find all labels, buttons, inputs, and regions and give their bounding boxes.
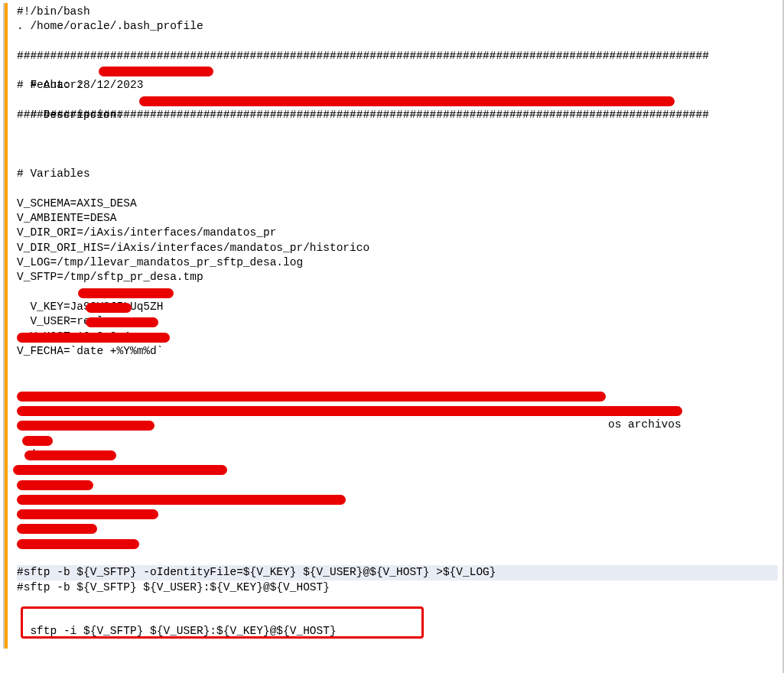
code-line xyxy=(17,330,778,344)
code-line: ( xyxy=(17,433,778,447)
code-line xyxy=(17,551,778,565)
code-line xyxy=(17,536,778,551)
code-line: V_LOG=/tmp/llevar_mandatos_pr_sftp_desa.… xyxy=(17,255,778,270)
redaction xyxy=(17,392,606,402)
redaction xyxy=(86,303,132,313)
code-line: V_SFTP=/tmp/sftp_pr_desa.tmp xyxy=(17,270,778,284)
code-line xyxy=(17,152,778,167)
code-line xyxy=(17,624,778,639)
code-line: ########################################… xyxy=(17,49,778,63)
code-line: V_USER=reale xyxy=(17,300,778,314)
code-line: # Variables xyxy=(17,167,778,181)
redaction xyxy=(17,406,682,416)
redaction xyxy=(17,509,158,519)
redaction xyxy=(17,495,346,505)
code-line: os archivos xyxy=(17,389,778,403)
code-line: V_KEY=Ja9QY0J5LUq5ZH xyxy=(17,285,778,300)
redaction xyxy=(17,480,93,490)
code-line-highlight: #sftp -b ${V_SFTP} -oIdentityFile=${V_KE… xyxy=(17,565,778,580)
redaction xyxy=(17,333,170,343)
redaction xyxy=(17,421,155,431)
code-line xyxy=(17,477,778,492)
code-line: V_HOST=10.0.0.4 xyxy=(17,314,778,329)
code-line xyxy=(17,418,778,432)
code-line xyxy=(17,359,778,373)
code-line xyxy=(17,34,778,49)
code-line xyxy=(17,506,778,521)
code-line: # Descripcion: xyxy=(17,93,778,108)
code-line xyxy=(17,403,778,418)
code-line xyxy=(17,595,778,610)
code-line: sftp -i ${V_SFTP} ${V_USER}:${V_KEY}@${V… xyxy=(17,610,778,624)
code-line xyxy=(17,182,778,197)
change-marker: #!/bin/bash . /home/oracle/.bash_profile… xyxy=(5,3,778,649)
redaction xyxy=(24,450,116,460)
code-line: V_AMBIENTE=DESA xyxy=(17,211,778,226)
code-line: V_DIR_ORI=/iAxis/interfaces/mandatos_pr xyxy=(17,226,778,240)
code-line xyxy=(17,373,778,388)
code-line: # Fecha: 28/12/2023 xyxy=(17,78,778,93)
redaction xyxy=(17,524,97,534)
code-line: # Autor: xyxy=(17,63,778,78)
code-line: . /home/oracle/.bash_profile xyxy=(17,19,778,34)
code-line: #!/bin/bash xyxy=(17,5,778,19)
redaction xyxy=(139,96,675,106)
code-line xyxy=(17,492,778,506)
code-line: #sftp -b ${V_SFTP} ${V_USER}:${V_KEY}@${… xyxy=(17,580,778,595)
redaction xyxy=(13,465,227,475)
code-line xyxy=(17,138,778,152)
code-line xyxy=(17,122,778,137)
redaction xyxy=(22,436,53,446)
code-line: ########################################… xyxy=(17,108,778,122)
code-line: V_SCHEMA=AXIS_DESA xyxy=(17,197,778,211)
code-line xyxy=(17,462,778,476)
code-line: V_DIR_ORI_HIS=/iAxis/interfaces/mandatos… xyxy=(17,241,778,255)
code-line xyxy=(17,521,778,535)
redaction xyxy=(17,539,139,549)
editor-gutter: #!/bin/bash . /home/oracle/.bash_profile… xyxy=(3,3,778,649)
redaction xyxy=(99,67,213,76)
code-line: V_FECHA=`date +%Y%m%d` xyxy=(17,344,778,359)
redaction xyxy=(78,288,174,298)
redaction xyxy=(86,317,158,327)
code-line xyxy=(17,447,778,462)
